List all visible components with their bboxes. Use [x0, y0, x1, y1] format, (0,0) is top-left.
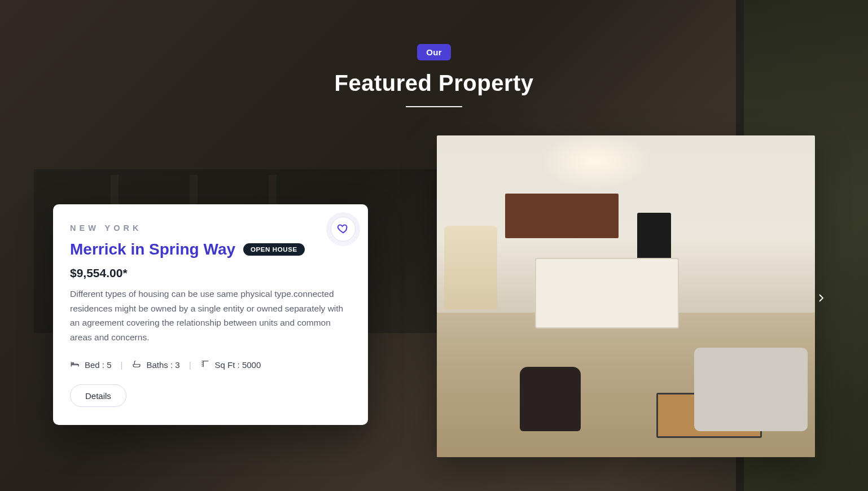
details-button[interactable]: Details	[70, 384, 126, 407]
section-badge: Our	[417, 44, 451, 60]
meta-sqft-label: Sq Ft : 5000	[215, 360, 261, 370]
meta-separator: |	[121, 360, 123, 370]
meta-separator: |	[189, 360, 191, 370]
bed-icon	[70, 359, 80, 371]
featured-stage: NEW YORK Merrick in Spring Way OPEN HOUS…	[53, 135, 815, 463]
meta-bath-label: Baths : 3	[146, 360, 179, 370]
property-photo[interactable]	[437, 135, 815, 457]
title-underline	[406, 106, 462, 107]
property-description: Different types of housing can be use sa…	[70, 287, 351, 344]
heart-icon	[337, 222, 349, 236]
meta-sqft: Sq Ft : 5000	[200, 359, 261, 371]
svg-point-0	[72, 363, 73, 364]
bath-icon	[131, 359, 142, 371]
property-title-link[interactable]: Merrick in Spring Way	[70, 240, 235, 258]
meta-bed: Bed : 5	[70, 359, 112, 371]
meta-bath: Baths : 3	[131, 359, 179, 371]
property-price: $9,554.00*	[70, 266, 351, 280]
status-badge: OPEN HOUSE	[243, 243, 305, 256]
favorite-button[interactable]	[331, 217, 356, 242]
property-card: NEW YORK Merrick in Spring Way OPEN HOUS…	[53, 204, 368, 425]
property-meta: Bed : 5 | Baths : 3 | Sq Ft : 5000	[70, 359, 351, 371]
meta-bed-label: Bed : 5	[85, 360, 112, 370]
chevron-right-icon	[816, 290, 826, 308]
section-title: Featured Property	[0, 71, 868, 96]
ruler-icon	[200, 359, 211, 371]
section-header: Our Featured Property	[0, 0, 868, 107]
property-location: NEW YORK	[70, 223, 351, 233]
carousel-next-button[interactable]	[813, 286, 830, 312]
